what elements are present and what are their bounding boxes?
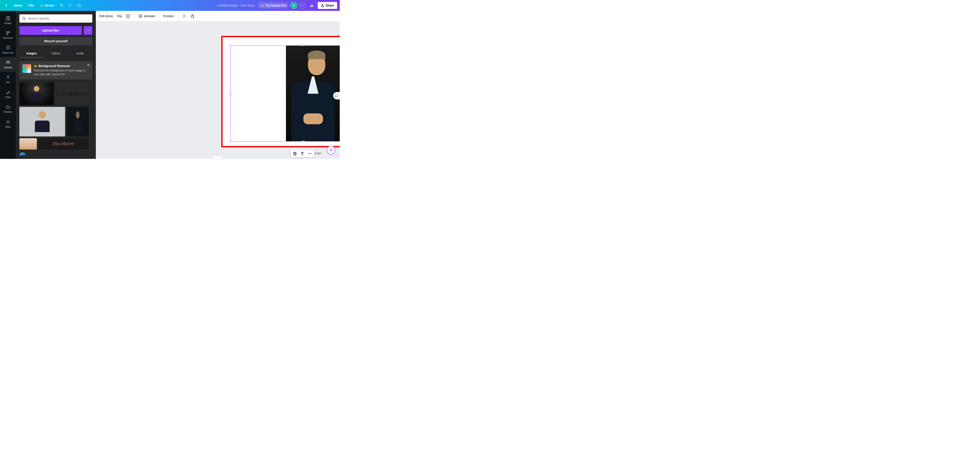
svg-rect-28 — [183, 17, 184, 17]
svg-rect-26 — [185, 15, 186, 16]
apps-icon — [5, 119, 11, 124]
nav-projects-label: Projects — [4, 111, 12, 113]
crown-icon — [40, 4, 43, 7]
delete-button[interactable] — [300, 151, 305, 156]
upload-thumb[interactable]: Cody Henderson — [56, 83, 89, 105]
nav-apps-label: Apps — [5, 125, 11, 128]
resize-handle-t[interactable] — [301, 44, 305, 46]
nav-brand-hub-label: Brand Hub — [2, 51, 13, 54]
bg-remover-promo: Background Remover Remove the background… — [19, 61, 92, 79]
resize-handle-tl[interactable] — [229, 44, 232, 46]
nav-uploads[interactable]: Uploads — [0, 57, 16, 72]
cloud-sync-icon[interactable] — [75, 2, 83, 10]
animate-button[interactable]: Animate — [138, 14, 155, 18]
position-button[interactable]: Position — [163, 14, 174, 18]
animate-icon — [138, 14, 143, 18]
svg-point-40 — [332, 149, 333, 149]
header-left: Home File Resize — [3, 2, 83, 10]
search-input[interactable] — [28, 17, 90, 20]
undo-button[interactable] — [58, 2, 65, 10]
canvas-stage[interactable]: page ^ — [96, 21, 340, 159]
document-title[interactable]: Untitled design - Your Story — [218, 4, 255, 7]
upload-thumb[interactable] — [19, 152, 26, 156]
projects-icon — [5, 105, 11, 109]
nav-brand-hub[interactable]: Brand Hub — [0, 42, 16, 57]
uploads-panel: Upload files Record yourself Images Vide… — [16, 11, 96, 159]
back-icon[interactable] — [3, 2, 10, 10]
info-icon — [126, 14, 130, 18]
nav-projects[interactable]: Projects — [0, 102, 16, 116]
redo-button[interactable] — [67, 2, 74, 10]
add-collaborator-button[interactable]: + — [299, 2, 305, 8]
svg-point-17 — [23, 17, 25, 19]
resize-button[interactable]: Resize — [37, 2, 57, 8]
draw-icon — [5, 90, 11, 95]
info-button[interactable] — [126, 14, 130, 18]
svg-point-5 — [6, 32, 8, 33]
nav-apps[interactable]: Apps — [0, 116, 16, 131]
record-yourself-button[interactable]: Record yourself — [19, 37, 92, 45]
tab-audio[interactable]: Audio — [68, 49, 92, 58]
promo-close-button[interactable] — [86, 63, 91, 67]
lock-icon — [190, 14, 195, 18]
resize-handle-l[interactable] — [230, 91, 231, 95]
svg-point-16 — [9, 123, 10, 124]
tab-videos[interactable]: Videos — [44, 49, 68, 58]
file-menu[interactable]: File — [26, 2, 37, 8]
search-box[interactable] — [19, 14, 92, 23]
comment-icon — [334, 94, 339, 98]
comments-button[interactable] — [333, 92, 340, 100]
tab-images[interactable]: Images — [19, 49, 44, 58]
animate-label: Animate — [144, 14, 155, 18]
nav-elements[interactable]: Elements — [0, 27, 16, 42]
upload-files-button[interactable]: Upload files — [19, 26, 82, 35]
share-button[interactable]: Share — [318, 2, 337, 9]
upload-thumb[interactable] — [19, 83, 54, 105]
duplicate-button[interactable] — [293, 151, 297, 156]
main-layout: Design Elements Brand Hub Uploads Text D… — [0, 11, 340, 159]
uploads-icon — [5, 60, 11, 65]
svg-point-10 — [9, 121, 10, 121]
nav-text[interactable]: Text — [0, 72, 16, 87]
ai-assistant-fab[interactable] — [327, 146, 336, 154]
text-icon — [5, 75, 11, 80]
sparkle-icon — [329, 148, 333, 152]
resize-handle-b[interactable] — [301, 141, 305, 142]
user-avatar[interactable]: S — [290, 2, 297, 9]
try-pro-button[interactable]: Try Canva Pro — [258, 2, 288, 8]
nav-draw[interactable]: Draw — [0, 87, 16, 102]
duplicate-icon — [293, 151, 297, 156]
upload-thumb[interactable] — [67, 107, 89, 136]
more-options-button[interactable] — [307, 151, 312, 156]
upload-thumb[interactable]: Rita Moretti — [38, 138, 89, 149]
insights-button[interactable] — [308, 2, 315, 10]
promo-text: Background Remover Remove the background… — [34, 64, 89, 76]
crown-icon — [261, 4, 264, 7]
selection-box[interactable] — [231, 45, 340, 141]
svg-point-38 — [309, 153, 310, 154]
elements-icon — [5, 30, 11, 36]
home-button[interactable]: Home — [11, 2, 25, 8]
upload-thumb[interactable] — [19, 107, 65, 136]
nav-design[interactable]: Design — [0, 13, 16, 27]
flip-button[interactable]: Flip — [117, 14, 122, 18]
upload-thumb[interactable] — [19, 138, 37, 149]
svg-point-14 — [6, 123, 7, 124]
upload-row: Upload files — [19, 26, 92, 35]
upload-more-button[interactable] — [84, 26, 92, 35]
svg-rect-3 — [6, 17, 8, 20]
svg-point-39 — [310, 153, 311, 154]
resize-handle-bl[interactable] — [229, 140, 232, 142]
transparency-button[interactable] — [182, 14, 186, 18]
svg-point-22 — [128, 15, 128, 16]
svg-point-12 — [8, 122, 8, 122]
timeline-expand-handle[interactable]: ^ — [213, 156, 222, 159]
more-icon — [308, 153, 312, 154]
svg-point-11 — [6, 122, 7, 122]
lock-button[interactable] — [190, 14, 195, 18]
upload-thumbnails: Cody Henderson Rita Moretti — [19, 83, 92, 156]
app-header: Home File Resize Untitled design - Your … — [0, 0, 340, 11]
search-icon — [22, 17, 26, 21]
add-page-hint[interactable]: page — [312, 150, 324, 156]
edit-photo-button[interactable]: Edit photo — [99, 14, 113, 18]
